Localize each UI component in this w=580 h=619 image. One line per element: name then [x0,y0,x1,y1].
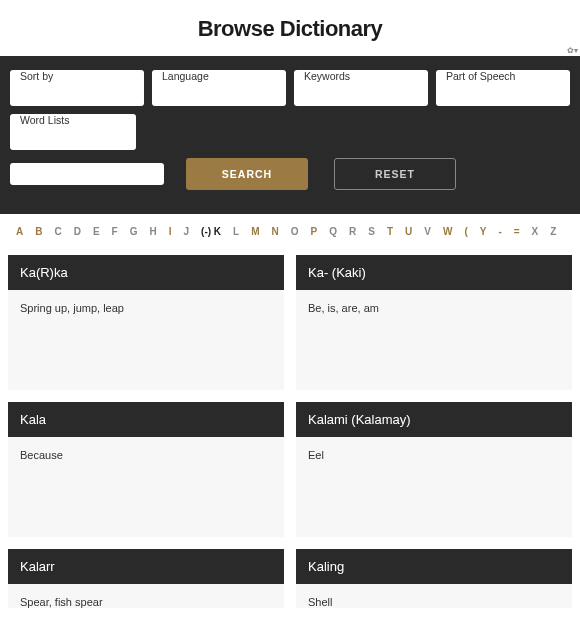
entry-card[interactable]: KalingShell [296,549,572,608]
alpha-letter[interactable]: F [112,226,118,237]
entry-word: Ka(R)ka [8,255,284,290]
pos-select[interactable]: Part of Speech [436,70,570,106]
alpha-letter[interactable]: M [251,226,259,237]
entry-word: Kaling [296,549,572,584]
alpha-letter[interactable]: = [514,226,520,237]
alpha-letter[interactable]: E [93,226,100,237]
entry-definition: Eel [296,437,572,537]
wordlists-select[interactable]: Word Lists [10,114,136,150]
search-button[interactable]: Search [186,158,308,190]
alpha-letter[interactable]: R [349,226,356,237]
alpha-letter[interactable]: B [35,226,42,237]
entry-word: Kala [8,402,284,437]
alpha-letter[interactable]: G [130,226,138,237]
alpha-letter[interactable]: I [169,226,172,237]
alpha-letter[interactable]: P [311,226,318,237]
alpha-letter[interactable]: L [233,226,239,237]
alpha-letter[interactable]: Y [480,226,487,237]
entry-definition: Be, is, are, am [296,290,572,390]
reset-button[interactable]: Reset [334,158,456,190]
entries-grid: Ka(R)kaSpring up, jump, leapKa- (Kaki)Be… [0,247,580,608]
page-title: Browse Dictionary [0,0,580,56]
alpha-letter[interactable]: X [532,226,539,237]
entry-definition: Because [8,437,284,537]
entry-definition: Shell [296,584,572,608]
entry-card[interactable]: Kalami (Kalamay)Eel [296,402,572,537]
settings-icon[interactable]: ✿▾ [567,46,578,55]
entry-card[interactable]: Ka- (Kaki)Be, is, are, am [296,255,572,390]
alpha-letter[interactable]: N [272,226,279,237]
alpha-letter[interactable]: V [424,226,431,237]
alpha-letter[interactable]: A [16,226,23,237]
entry-card[interactable]: KalaBecause [8,402,284,537]
entry-word: Kalarr [8,549,284,584]
alpha-letter[interactable]: T [387,226,393,237]
alpha-letter[interactable]: Z [550,226,556,237]
alpha-letter[interactable]: D [74,226,81,237]
alpha-letter[interactable]: O [291,226,299,237]
alpha-letter[interactable]: S [368,226,375,237]
search-input[interactable] [10,163,164,185]
alpha-letter[interactable]: U [405,226,412,237]
entry-definition: Spear, fish spear [8,584,284,608]
entry-word: Ka- (Kaki) [296,255,572,290]
filter-bar: Sort by Language Keywords Part of Speech… [0,56,580,214]
alphabet-nav: ABCDEFGHIJ(-) KLMNOPQRSTUVW(Y-=XZ [0,214,580,247]
alpha-letter[interactable]: C [54,226,61,237]
alpha-letter[interactable]: H [150,226,157,237]
sort-select[interactable]: Sort by [10,70,144,106]
alpha-letter[interactable]: ( [464,226,467,237]
alpha-letter[interactable]: W [443,226,452,237]
alpha-letter[interactable]: - [498,226,501,237]
entry-definition: Spring up, jump, leap [8,290,284,390]
language-select[interactable]: Language [152,70,286,106]
alpha-letter[interactable]: Q [329,226,337,237]
entry-card[interactable]: Ka(R)kaSpring up, jump, leap [8,255,284,390]
entry-word: Kalami (Kalamay) [296,402,572,437]
entry-card[interactable]: KalarrSpear, fish spear [8,549,284,608]
alpha-letter[interactable]: (-) K [201,226,221,237]
keywords-select[interactable]: Keywords [294,70,428,106]
alpha-letter[interactable]: J [184,226,190,237]
